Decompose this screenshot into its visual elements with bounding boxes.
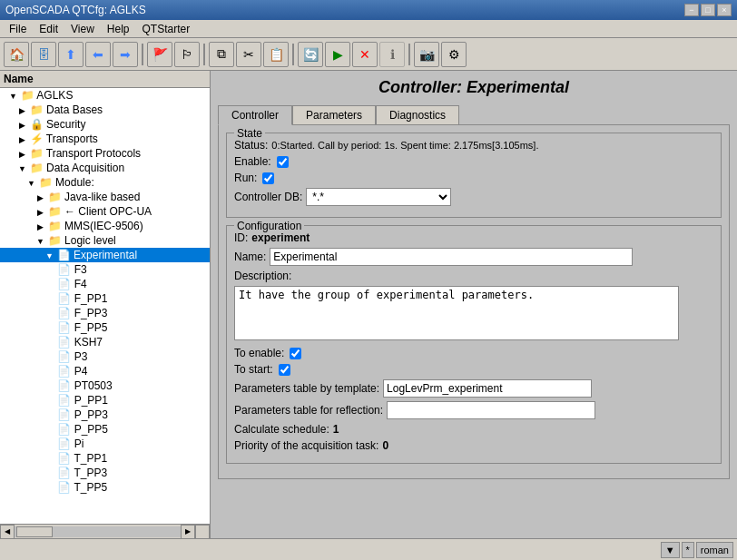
tab-controller[interactable]: Controller — [218, 105, 292, 125]
tree-node-p-pp1[interactable]: 📄 P_PP1 — [0, 393, 210, 408]
expand-client-opc-ua[interactable]: ▶ — [35, 208, 44, 217]
label-data-acquisition: Data Acquisition — [46, 162, 124, 174]
settings-btn[interactable]: ⚙ — [441, 42, 467, 67]
calc-schedule-label: Calculate schedule: — [234, 423, 329, 436]
tree-node-f-pp5[interactable]: 📄 F_PP5 — [0, 320, 210, 335]
tree-node-experimental[interactable]: ▼ 📄 Experimental — [0, 248, 210, 262]
expand-java-like[interactable]: ▶ — [35, 193, 44, 202]
up-btn[interactable]: ⬆ — [58, 42, 84, 67]
expand-experimental[interactable]: ▼ — [44, 251, 54, 260]
tree-node-p-pp5[interactable]: 📄 P_PP5 — [0, 422, 210, 437]
minimize-button[interactable]: − — [684, 4, 699, 16]
db-btn[interactable]: 🗄 — [31, 42, 56, 67]
folder-icon-aglks: 📁 — [21, 89, 34, 102]
status-bar: ▼ * roman — [0, 538, 737, 560]
hscroll-track[interactable] — [15, 526, 181, 537]
label-aglks: AGLKS — [36, 89, 73, 102]
tree-node-aglks[interactable]: ▼ 📁 AGLKS — [0, 88, 210, 103]
menu-edit[interactable]: Edit — [34, 22, 64, 36]
controller-db-select[interactable]: *.* — [306, 188, 451, 206]
expand-security[interactable]: ▶ — [17, 121, 26, 130]
tree-node-f-pp1[interactable]: 📄 F_PP1 — [0, 291, 210, 306]
description-textarea[interactable]: It have the group of experimental parame… — [234, 286, 679, 340]
tree-node-p3[interactable]: 📄 P3 — [0, 349, 210, 364]
paste-btn[interactable]: 📋 — [263, 42, 289, 67]
forward-btn[interactable]: ➡ — [113, 42, 138, 67]
name-input[interactable] — [270, 248, 633, 266]
flag2-btn[interactable]: 🏳 — [174, 42, 200, 67]
maximize-button[interactable]: □ — [701, 4, 715, 16]
expand-aglks[interactable]: ▼ — [8, 92, 17, 101]
enable-checkbox[interactable] — [277, 156, 289, 168]
camera-btn[interactable]: 📷 — [414, 42, 439, 67]
tree-node-databases[interactable]: ▶ 📁 Data Bases — [0, 103, 210, 117]
tree-node-logic-level[interactable]: ▼ 📁 Logic level — [0, 233, 210, 248]
expand-databases[interactable]: ▶ — [17, 106, 26, 115]
icon-p-pp5: 📄 — [57, 423, 71, 436]
expand-module[interactable]: ▼ — [26, 179, 35, 188]
expand-mms-iec[interactable]: ▶ — [35, 222, 44, 231]
tree-node-f3[interactable]: 📄 F3 — [0, 262, 210, 277]
label-f-pp3: F_PP3 — [74, 307, 108, 319]
status-dropdown[interactable]: ▼ — [661, 542, 680, 558]
icon-f3: 📄 — [57, 263, 71, 276]
tree-node-mms-iec[interactable]: ▶ 📁 MMS(IEC-9506) — [0, 219, 210, 233]
tree-node-data-acquisition[interactable]: ▼ 📁 Data Acquisition — [0, 161, 210, 175]
tree-node-transport-protocols[interactable]: ▶ 📁 Transport Protocols — [0, 146, 210, 161]
to-start-row: To start: — [234, 363, 713, 376]
to-enable-row: To enable: — [234, 347, 713, 359]
tree-node-t-pp3[interactable]: 📄 T_PP3 — [0, 466, 210, 480]
tree-node-pt0503[interactable]: 📄 PT0503 — [0, 378, 210, 393]
controller-db-label: Controller DB: — [234, 191, 302, 203]
hscroll-left-arrow[interactable]: ◀ — [0, 525, 15, 539]
expand-transports[interactable]: ▶ — [17, 135, 26, 144]
menu-view[interactable]: View — [65, 22, 100, 36]
params-reflection-input[interactable] — [387, 401, 595, 419]
to-start-checkbox[interactable] — [279, 364, 290, 376]
menu-file[interactable]: File — [4, 22, 32, 36]
tree-node-ksh7[interactable]: 📄 KSH7 — [0, 335, 210, 349]
cut-btn[interactable]: ✂ — [236, 42, 261, 67]
tree-node-client-opc-ua[interactable]: ▶ 📁 ← Client OPC-UA — [0, 204, 210, 219]
tree-node-module[interactable]: ▼ 📁 Module: — [0, 175, 210, 190]
params-table-row: Parameters table by template: — [234, 379, 713, 398]
expand-transport-protocols[interactable]: ▶ — [17, 150, 26, 159]
tree-node-t-pp1[interactable]: 📄 T_PP1 — [0, 451, 210, 466]
tree-node-pi[interactable]: 📄 Pi — [0, 437, 210, 451]
refresh-btn[interactable]: 🔄 — [298, 42, 323, 67]
tree-node-p4[interactable]: 📄 P4 — [0, 364, 210, 378]
stop-btn[interactable]: ✕ — [352, 42, 378, 67]
tree-node-p-pp3[interactable]: 📄 P_PP3 — [0, 408, 210, 422]
params-table-input[interactable] — [383, 379, 592, 398]
to-enable-checkbox[interactable] — [290, 348, 301, 359]
copy-btn[interactable]: ⧉ — [209, 42, 234, 67]
flag1-btn[interactable]: 🚩 — [147, 42, 172, 67]
menu-help[interactable]: Help — [102, 22, 135, 36]
tree-node-f4[interactable]: 📄 F4 — [0, 277, 210, 291]
tree-container[interactable]: ▼ 📁 AGLKS ▶ 📁 Data Bases ▶ 🔒 Security — [0, 88, 210, 524]
back-btn[interactable]: ⬅ — [85, 42, 111, 67]
expand-logic-level[interactable]: ▼ — [35, 237, 44, 246]
label-logic-level: Logic level — [64, 234, 116, 247]
hscroll-right-arrow[interactable]: ▶ — [181, 525, 195, 539]
tab-diagnostics[interactable]: Diagnostics — [376, 105, 459, 125]
tree-node-security[interactable]: ▶ 🔒 Security — [0, 117, 210, 132]
tree-node-f-pp3[interactable]: 📄 F_PP3 — [0, 306, 210, 320]
state-group: State Status: 0:Started. Call by period:… — [226, 133, 722, 218]
home-btn[interactable]: 🏠 — [4, 42, 29, 67]
window-controls: − □ × — [684, 4, 732, 16]
info-btn[interactable]: ℹ — [379, 42, 405, 67]
label-transport-protocols: Transport Protocols — [46, 147, 141, 160]
tree-node-transports[interactable]: ▶ ⚡ Transports — [0, 132, 210, 146]
run-checkbox[interactable] — [262, 172, 274, 184]
tree-node-t-pp5[interactable]: 📄 T_PP5 — [0, 480, 210, 495]
enable-row: Enable: — [234, 155, 713, 168]
menu-qtstarter[interactable]: QTStarter — [137, 22, 196, 36]
run-btn[interactable]: ▶ — [325, 42, 350, 67]
folder-icon-transport-protocols: 📁 — [30, 147, 44, 160]
close-button[interactable]: × — [717, 4, 732, 16]
tree-node-java-like[interactable]: ▶ 📁 Java-like based — [0, 190, 210, 204]
expand-data-acquisition[interactable]: ▼ — [17, 164, 26, 173]
tab-parameters[interactable]: Parameters — [292, 105, 376, 125]
icon-f-pp1: 📄 — [57, 292, 71, 305]
